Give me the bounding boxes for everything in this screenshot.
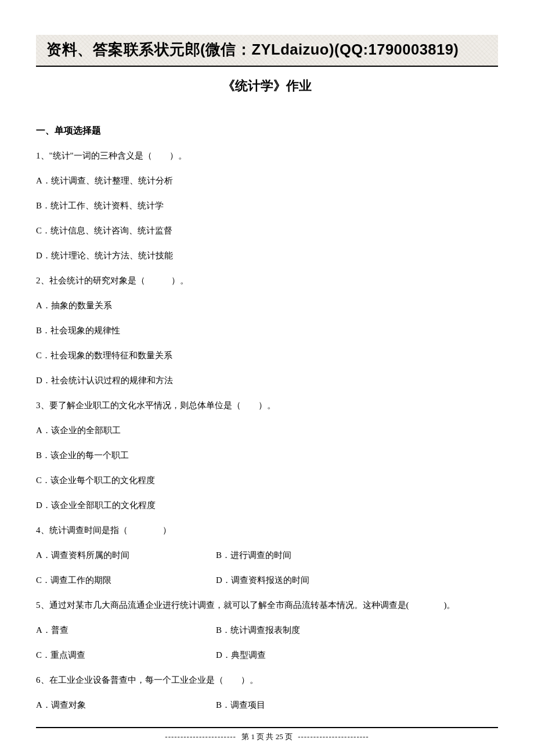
q2-option-d: D．社会统计认识过程的规律和方法 [36, 375, 498, 387]
q4-stem: 4、统计调查时间是指（ ） [36, 524, 498, 537]
footer-page-number: 第 1 页 共 25 页 [238, 732, 296, 742]
footer-dash-left: ----------------------- [165, 732, 236, 741]
q3-option-d: D．该企业全部职工的文化程度 [36, 499, 498, 512]
q6-stem: 6、在工业企业设备普查中，每一个工业企业是（ ）。 [36, 674, 498, 686]
q3-stem: 3、要了解企业职工的文化水平情况，则总体单位是（ ）。 [36, 399, 498, 412]
q5-option-b: B．统计调查报表制度 [216, 624, 498, 636]
footer-dash-right: ----------------------- [298, 732, 369, 741]
q5-option-d: D．典型调查 [216, 649, 498, 661]
q2-option-b: B．社会现象的规律性 [36, 325, 498, 337]
q4-option-c: C．调查工作的期限 [36, 574, 216, 586]
q4-option-a: A．调查资料所属的时间 [36, 549, 216, 561]
q2-option-a: A．抽象的数量关系 [36, 300, 498, 312]
q1-option-b: B．统计工作、统计资料、统计学 [36, 200, 498, 212]
q4-row-ab: A．调查资料所属的时间 B．进行调查的时间 [36, 549, 498, 561]
q1-option-d: D．统计理论、统计方法、统计技能 [36, 250, 498, 262]
q4-option-b: B．进行调查的时间 [216, 549, 498, 561]
q2-option-c: C．社会现象的数理特征和数量关系 [36, 350, 498, 362]
header-banner: 资料、答案联系状元郎(微信：ZYLdaizuo)(QQ:1790003819) [36, 35, 498, 67]
q5-stem: 5、通过对某市几大商品流通企业进行统计调查，就可以了解全市商品流转基本情况。这种… [36, 599, 498, 611]
section-heading: 一、单项选择题 [36, 125, 498, 137]
q6-option-a: A．调查对象 [36, 699, 216, 711]
q1-option-a: A．统计调查、统计整理、统计分析 [36, 175, 498, 187]
q3-option-b: B．该企业的每一个职工 [36, 449, 498, 462]
q3-option-a: A．该企业的全部职工 [36, 424, 498, 437]
q5-row-cd: C．重点调查 D．典型调查 [36, 649, 498, 661]
footer-separator [36, 727, 498, 728]
header-banner-text: 资料、答案联系状元郎(微信：ZYLdaizuo)(QQ:1790003819) [36, 39, 498, 60]
q1-option-c: C．统计信息、统计咨询、统计监督 [36, 225, 498, 237]
q6-option-b: B．调查项目 [216, 699, 498, 711]
page-footer: ----------------------- 第 1 页 共 25 页 ---… [0, 732, 534, 742]
q3-option-c: C．该企业每个职工的文化程度 [36, 474, 498, 487]
document-title: 《统计学》作业 [36, 77, 498, 95]
q2-stem: 2、社会统计的研究对象是（ ）。 [36, 275, 498, 287]
document-page: 资料、答案联系状元郎(微信：ZYLdaizuo)(QQ:1790003819) … [0, 0, 534, 756]
q5-row-ab: A．普查 B．统计调查报表制度 [36, 624, 498, 636]
q4-row-cd: C．调查工作的期限 D．调查资料报送的时间 [36, 574, 498, 586]
q4-option-d: D．调查资料报送的时间 [216, 574, 498, 586]
q6-row-ab: A．调查对象 B．调查项目 [36, 699, 498, 711]
q1-stem: 1、"统计"一词的三种含义是（ ）。 [36, 150, 498, 162]
q5-option-c: C．重点调查 [36, 649, 216, 661]
q5-option-a: A．普查 [36, 624, 216, 636]
